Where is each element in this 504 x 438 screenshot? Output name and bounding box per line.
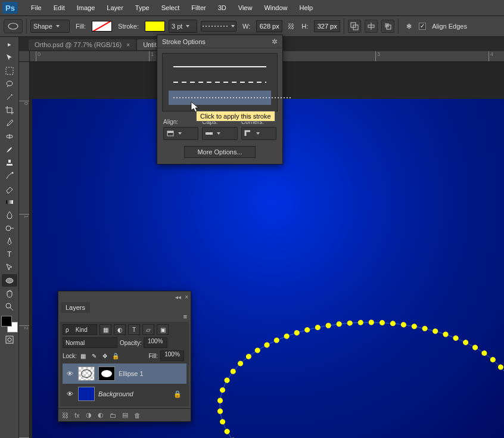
close-icon[interactable]: × [126,42,130,48]
shape-mode-dropdown[interactable]: Shape [30,20,70,33]
filter-smart-icon[interactable]: ▣ [157,324,169,335]
lock-trans-icon[interactable]: ▦ [79,352,88,360]
doc-tab-ortho[interactable]: Ortho.psd @ 77.7% (RGB/16) × [29,39,136,50]
more-options-button[interactable]: More Options... [184,146,256,158]
ellipse-shape[interactable] [217,319,504,438]
lock-all-icon[interactable]: 🔒 [111,352,120,360]
menu-file[interactable]: File [25,2,48,14]
brush-tool[interactable] [2,143,17,156]
fill-swatch[interactable] [92,21,112,32]
layer-row-ellipse[interactable]: 👁 Ellipse 1 [63,364,186,384]
layer-filter-kind[interactable]: ρKind [63,324,97,335]
stamp-tool[interactable] [2,156,17,169]
pen-tool[interactable] [2,235,17,247]
stroke-solid[interactable] [169,60,271,74]
stroke-dot[interactable] [169,91,271,105]
filter-adjust-icon[interactable]: ◐ [114,324,126,335]
eraser-tool[interactable] [2,182,17,195]
path-arrange-icon[interactable] [381,20,394,33]
stroke-dash[interactable] [169,75,271,89]
stroke-style-dropdown[interactable] [201,21,237,32]
adjustment-icon[interactable]: ◐ [98,411,104,419]
tab-label: Untit [143,41,157,48]
trash-icon[interactable]: 🗑 [134,412,141,419]
opacity-value[interactable]: 100% [144,337,167,348]
caps-dropdown[interactable] [202,127,237,140]
menu-layer[interactable]: Layer [101,2,129,14]
blend-mode-dropdown[interactable]: Normal [63,337,117,348]
path-ops-combine-icon[interactable] [348,20,361,33]
active-tool-icon[interactable] [4,19,23,33]
color-swatches[interactable] [1,316,18,333]
layer-row-background[interactable]: 👁 Background 🔒 [63,384,186,404]
heal-tool[interactable] [2,130,17,142]
panel-collapse-bar[interactable]: ◂◂× [58,291,191,302]
filter-pixel-icon[interactable]: ▦ [99,324,111,335]
path-select-tool[interactable] [2,261,17,274]
link-layers-icon[interactable]: ⛓ [62,412,69,419]
layer-thumb[interactable] [78,366,95,381]
fill-value[interactable]: 100% [160,350,184,361]
panel-menu-icon[interactable]: ≡ [183,313,187,320]
menu-image[interactable]: Image [71,2,101,14]
layers-tab[interactable]: Layers [61,302,90,313]
svg-point-0 [8,23,18,29]
menu-filter[interactable]: Filter [185,2,211,14]
height-field[interactable] [314,20,340,32]
menu-edit[interactable]: Edit [48,2,71,14]
link-icon[interactable]: ⛓ [286,23,295,30]
mask-thumb[interactable] [98,366,115,381]
filter-type-icon[interactable]: T [128,324,140,335]
gradient-tool[interactable] [2,195,17,208]
layer-name[interactable]: Background [98,390,133,397]
separator [344,18,344,34]
layer-thumb[interactable] [78,387,95,401]
width-field[interactable] [256,20,282,32]
move-tool[interactable] [2,51,17,64]
quickmask-icon[interactable] [2,333,17,346]
tab-handle-icon[interactable]: ▸ [2,38,17,51]
lasso-tool[interactable] [2,77,17,90]
zoom-tool[interactable] [2,300,17,313]
lock-icon[interactable]: 🔒 [173,390,182,398]
menu-select[interactable]: Select [155,2,186,14]
lock-paint-icon[interactable]: ✎ [90,352,98,360]
visibility-icon[interactable]: 👁 [65,370,74,377]
gear-icon[interactable]: ✲ [272,38,278,46]
mask-icon[interactable]: ◑ [86,411,92,419]
corners-dropdown[interactable] [241,127,276,140]
blur-tool[interactable] [2,209,17,221]
type-tool[interactable]: T [2,248,17,260]
close-icon[interactable]: × [185,294,188,300]
menu-view[interactable]: View [232,2,259,14]
collapse-icon[interactable]: ◂◂ [175,294,181,300]
blend-label: Normal [66,340,85,346]
menu-help[interactable]: Help [294,2,319,14]
hand-tool[interactable] [2,287,17,300]
crop-tool[interactable] [2,104,17,116]
lock-move-icon[interactable]: ✥ [101,352,109,360]
ellipse-tool[interactable] [2,274,17,287]
dodge-tool[interactable] [2,222,17,234]
gear-icon[interactable]: ✻ [402,20,415,33]
filter-shape-icon[interactable]: ▱ [142,324,154,335]
new-layer-icon[interactable]: ▤ [122,411,128,419]
history-brush-tool[interactable] [2,169,17,182]
menu-type[interactable]: Type [129,2,155,14]
marquee-tool[interactable] [2,64,17,77]
fill-label: Fill: [73,23,88,30]
fg-color[interactable] [1,316,12,327]
stroke-swatch[interactable] [145,21,165,32]
align-edges-checkbox[interactable] [419,23,426,30]
menu-window[interactable]: Window [258,2,293,14]
wand-tool[interactable] [2,91,17,103]
stroke-width-dropdown[interactable]: 3 pt [169,20,197,33]
eyedropper-tool[interactable] [2,117,17,129]
align-dropdown[interactable] [163,127,198,140]
visibility-icon[interactable]: 👁 [65,390,74,397]
group-icon[interactable]: 🗀 [110,412,116,419]
fx-icon[interactable]: fx [74,412,80,419]
path-align-icon[interactable] [365,20,378,33]
layer-name[interactable]: Ellipse 1 [119,370,144,377]
menu-3d[interactable]: 3D [212,2,232,14]
